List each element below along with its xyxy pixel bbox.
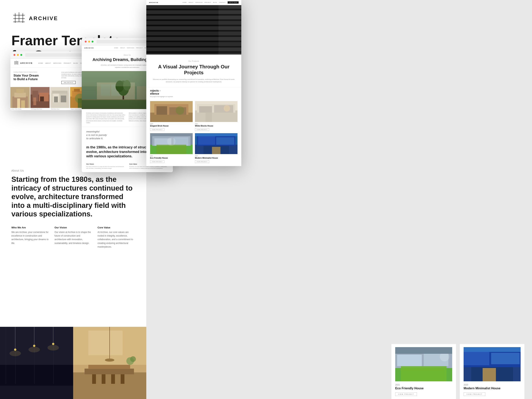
proj-card-btn-1[interactable]: VIEW PROJECT [150, 128, 164, 131]
svg-point-126 [167, 137, 176, 146]
about-core-label: Core Value [97, 226, 135, 229]
interior-img-2 [73, 327, 146, 399]
svg-rect-132 [195, 133, 238, 136]
logo-icon [11, 11, 27, 25]
svg-rect-47 [21, 101, 25, 108]
svg-rect-59 [54, 96, 58, 102]
svg-rect-106 [218, 5, 241, 55]
about-col-who: Who We Are We are Archive, your cornerst… [11, 226, 49, 249]
svg-rect-117 [214, 105, 233, 113]
b-nav-links-1: HOME ABOUT SERVICES PROJECT BLOG CONTACT [38, 63, 88, 64]
b-about-vision-label: Our Vision [86, 163, 125, 165]
b-right-hero-img [146, 5, 241, 55]
about-core-text: At Archive, our core values are rooted i… [97, 230, 135, 249]
svg-rect-124 [173, 137, 188, 146]
svg-rect-26 [92, 374, 96, 384]
b-nav-logo-1: ARCHIVE [13, 60, 33, 66]
proj-card-year-1: 2020 [150, 123, 193, 124]
proj-card-year-2: 2021 [195, 123, 238, 124]
eco-house-img [395, 347, 452, 381]
brand-name: ARCHIVE [29, 15, 58, 21]
svg-rect-24 [85, 369, 134, 374]
svg-rect-110 [157, 106, 167, 115]
about-vision-text: Our vision at Archive is to shape the fu… [55, 230, 92, 245]
b-about-core-text: At Archive, our core values are rooted i… [129, 166, 168, 170]
modern-year: 2020 [464, 384, 521, 386]
svg-rect-29 [121, 374, 124, 384]
eco-view-btn[interactable]: VIEW PROJECT [395, 392, 417, 396]
eco-house-card: 2021 Eco Friendly House VIEW PROJECT [391, 344, 456, 399]
b-proj-1: Lecture / Office Building [10, 87, 30, 110]
browser-right: ARCHIVE HOME ABOUT SERVICES PROJECT BLOG… [146, 0, 241, 166]
svg-rect-66 [78, 98, 82, 108]
b-right-cta[interactable]: LET'S TALK [228, 1, 239, 4]
svg-rect-56 [52, 91, 67, 94]
about-col-core: Core Value At Archive, our core values a… [97, 226, 135, 249]
b-hero-cta[interactable]: SEE DETAILS [61, 81, 76, 84]
eco-year: 2021 [395, 384, 452, 386]
about-who-label: Who We Are [11, 226, 49, 229]
svg-rect-8 [0, 386, 73, 399]
svg-rect-131 [216, 137, 234, 145]
proj-card-year-3: 2021 [150, 155, 193, 157]
svg-rect-9 [6, 327, 6, 384]
svg-rect-44 [14, 93, 26, 97]
svg-rect-146 [464, 352, 489, 365]
b-nav-brand-1: ARCHIVE [20, 62, 33, 64]
b-right-tag: Our Projects [152, 60, 236, 62]
svg-rect-140 [401, 366, 446, 381]
eco-title: Eco Friendly House [395, 387, 452, 390]
svg-point-15 [33, 345, 35, 347]
svg-rect-52 [33, 97, 36, 105]
b-right-nav: ARCHIVE HOME ABOUT SERVICES PROJECT BLOG… [146, 0, 241, 5]
proj-card-title-3: Eco Friendly House [150, 157, 193, 159]
svg-rect-147 [491, 353, 520, 364]
svg-rect-28 [111, 374, 115, 384]
b-proj-3: White Blocks House [50, 87, 70, 110]
proj-card-3: 2021 Eco Friendly House VIEW PROJECT [150, 133, 193, 163]
b-right-subtitle: Discover our portfolio showcasing our un… [152, 78, 236, 83]
svg-rect-45 [16, 89, 24, 93]
proj-card-title-1: Elegant Brick House [150, 125, 193, 127]
svg-rect-64 [74, 89, 80, 92]
svg-point-21 [48, 345, 59, 351]
proj-card-4: 2020 Modern Minimalist House VIEW PROJEC… [195, 133, 238, 163]
svg-rect-46 [17, 98, 20, 108]
svg-rect-125 [157, 145, 186, 154]
proj-card-btn-3[interactable]: VIEW PROJECT [150, 160, 164, 163]
proj-card-btn-4[interactable]: VIEW PROJECT [195, 160, 209, 163]
proj-card-img-3 [150, 133, 193, 154]
b-hero-left: Creating a Brighter Future for Property … [13, 71, 58, 84]
b-right-logo: ARCHIVE [149, 2, 158, 3]
b-about-right-col-1: Our Vision Our vision at Archive is to s… [86, 163, 125, 170]
about-title: Starting from the 1980s, as the intricac… [11, 175, 135, 218]
svg-rect-27 [102, 374, 105, 384]
b-right-content: Our Projects A Visual Journey Through Ou… [146, 55, 241, 87]
svg-rect-25 [88, 365, 130, 369]
proj-card-img-2 [195, 101, 238, 122]
proj-card-img-1 [150, 101, 193, 122]
proj-card-btn-2[interactable]: VIEW PROJECT [195, 128, 209, 131]
svg-point-33 [130, 356, 136, 362]
browser-dot-red [13, 54, 15, 56]
b-mid-logo: ARCHIVE [84, 47, 94, 49]
b-about-subtitle: At Archive, we're architects of dreams, … [101, 64, 154, 68]
browser-dot-yellow-2 [88, 41, 90, 43]
svg-rect-134 [212, 147, 221, 154]
proj-card-title-2: White Blocks House [195, 125, 238, 127]
svg-rect-23 [73, 372, 146, 399]
b-about-body-left: At Archive, we're not just in the busine… [86, 112, 126, 124]
svg-point-17 [52, 343, 54, 345]
modern-view-btn[interactable]: VIEW PROJECT [464, 392, 485, 396]
browser-dot-green [20, 54, 22, 56]
b-right-section-title: rojects -ellence [150, 89, 238, 95]
logo-area: ARCHIVE [11, 11, 135, 25]
svg-point-112 [176, 106, 184, 115]
svg-rect-60 [61, 95, 66, 102]
proj-card-img-4 [195, 133, 238, 154]
svg-rect-138 [397, 355, 422, 366]
proj-card-title-4: Modern Minimalist House [195, 157, 238, 159]
modern-title: Modern Minimalist House [464, 387, 521, 390]
b-about-vision-text: Our vision at Archive is to shape the fu… [86, 166, 125, 170]
b-right-links: HOME ABOUT SERVICES PROJECT BLOG CONTACT [183, 2, 226, 3]
